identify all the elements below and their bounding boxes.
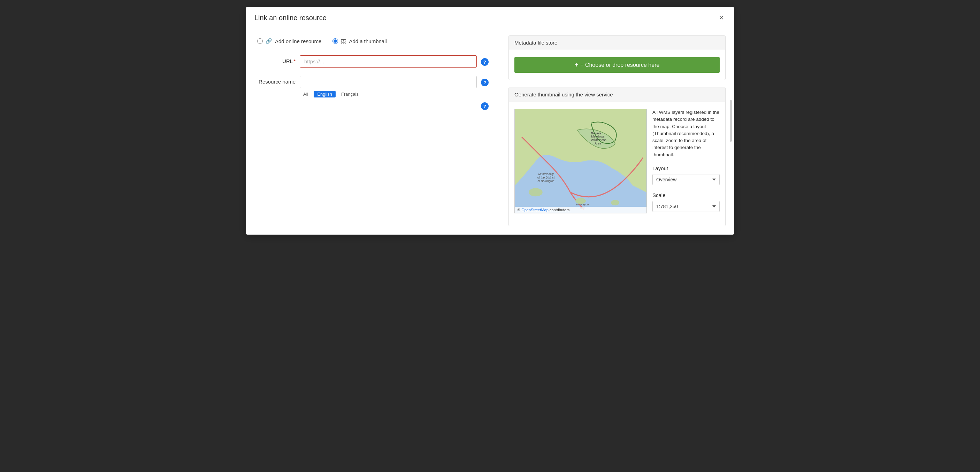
radio-tabs: 🔗 Add online resource 🖼 Add a thumbnail [257, 38, 488, 44]
scale-label: Scale [652, 192, 720, 198]
osm-link[interactable]: OpenStreetMap [521, 208, 549, 212]
modal-header: Link an online resource × [246, 7, 734, 28]
lang-tab-english[interactable]: English [313, 91, 336, 97]
map-credit: © OpenStreetMap contributors. [515, 207, 646, 213]
image-icon: 🖼 [341, 38, 346, 44]
radio-option-online[interactable]: 🔗 Add online resource [257, 38, 321, 44]
layout-label: Layout [652, 165, 720, 171]
lang-tab-all[interactable]: All [300, 91, 312, 97]
file-store-header: Metadata file store [509, 35, 725, 50]
generate-content: Bowers Meadows Wilderness Area Municipal… [509, 102, 725, 226]
svg-text:Meadows: Meadows [592, 135, 605, 138]
file-store-section: Metadata file store + + Choose or drop r… [509, 35, 725, 80]
map-info: All WMS layers registered in the metadat… [652, 109, 720, 219]
svg-text:Area: Area [595, 142, 601, 145]
map-svg: Bowers Meadows Wilderness Area Municipal… [515, 109, 646, 213]
extra-help-row: ? [257, 102, 488, 110]
radio-online[interactable] [257, 38, 263, 44]
upload-label: + Choose or drop resource here [580, 62, 659, 68]
link-resource-modal: Link an online resource × 🔗 Add online r… [246, 7, 734, 234]
map-section: Bowers Meadows Wilderness Area Municipal… [514, 109, 720, 219]
modal-title: Link an online resource [255, 14, 326, 22]
modal-overlay: Link an online resource × 🔗 Add online r… [0, 0, 980, 472]
resource-name-label: Resource name [257, 76, 296, 85]
upload-button[interactable]: + + Choose or drop resource here [514, 57, 720, 73]
resource-name-help-icon[interactable]: ? [481, 79, 488, 86]
map-container: Bowers Meadows Wilderness Area Municipal… [514, 109, 647, 213]
required-star: * [293, 58, 296, 64]
plus-icon: + [575, 61, 579, 68]
scroll-indicator [730, 100, 732, 142]
url-label: URL* [257, 55, 296, 64]
url-row: URL* ? [257, 55, 488, 68]
radio-online-label: Add online resource [275, 38, 321, 44]
left-panel: 🔗 Add online resource 🖼 Add a thumbnail … [246, 28, 500, 234]
resource-name-row: Resource name All English Français ? [257, 76, 488, 97]
generate-header: Generate thumbnail using the view servic… [509, 87, 725, 102]
svg-point-3 [611, 200, 619, 205]
resource-name-input-group: All English Français [300, 76, 477, 97]
link-icon: 🔗 [266, 38, 272, 44]
url-input[interactable] [300, 55, 477, 68]
svg-text:of Barrington: of Barrington [538, 179, 555, 183]
radio-thumbnail-label: Add a thumbnail [349, 38, 387, 44]
generate-thumbnail-section: Generate thumbnail using the view servic… [509, 87, 725, 226]
radio-option-thumbnail[interactable]: 🖼 Add a thumbnail [332, 38, 387, 44]
close-button[interactable]: × [717, 13, 725, 22]
lang-tabs: All English Français [300, 91, 477, 97]
svg-text:of the District: of the District [538, 176, 555, 179]
radio-thumbnail[interactable] [332, 38, 338, 44]
resource-name-input[interactable] [300, 76, 477, 88]
svg-text:Municipality: Municipality [538, 172, 554, 176]
svg-text:Wilderness: Wilderness [591, 138, 607, 142]
url-input-group [300, 55, 477, 68]
url-help-icon[interactable]: ? [481, 58, 488, 66]
file-store-content: + + Choose or drop resource here [509, 50, 725, 80]
extra-help-icon[interactable]: ? [481, 102, 488, 110]
scale-select[interactable]: 1:781,250 1:500,000 1:250,000 [652, 201, 720, 212]
svg-text:Barrington: Barrington [576, 203, 589, 206]
modal-body: 🔗 Add online resource 🖼 Add a thumbnail … [246, 28, 734, 234]
map-description: All WMS layers registered in the metadat… [652, 109, 720, 158]
map-image: Bowers Meadows Wilderness Area Municipal… [514, 109, 647, 213]
svg-text:Bowers: Bowers [591, 131, 601, 135]
lang-tab-francais[interactable]: Français [338, 91, 362, 97]
right-panel: Metadata file store + + Choose or drop r… [500, 28, 734, 234]
layout-select[interactable]: Overview Thumbnail Large [652, 174, 720, 185]
svg-point-1 [529, 188, 542, 196]
